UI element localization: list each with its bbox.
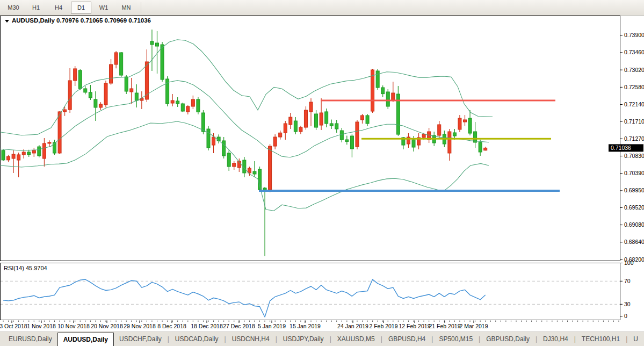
candle-body bbox=[309, 102, 313, 112]
chart-tab-dj30-h4[interactable]: DJ30,H4 bbox=[538, 332, 574, 346]
timeframe-button-h4[interactable]: H4 bbox=[48, 2, 69, 14]
candle-body bbox=[458, 118, 461, 129]
symbol-tab-bar: EURUSD,DailyAUDUSD,DailyUSDCHF,Daily|USD… bbox=[0, 331, 644, 346]
timeframe-toolbar: M30H1H4D1W1MN bbox=[0, 0, 644, 16]
candle-body bbox=[104, 83, 107, 105]
candle-body bbox=[27, 152, 31, 155]
trading-terminal-window: M30H1H4D1W1MN 0.739000.734600.730200.725… bbox=[0, 0, 644, 346]
price-axis-label: 0.70390 bbox=[624, 170, 644, 176]
candle-body bbox=[412, 140, 415, 147]
date-axis-label: 21 Feb 2019 bbox=[429, 323, 461, 329]
candle-body bbox=[12, 154, 15, 158]
timeframe-button-w1[interactable]: W1 bbox=[93, 2, 114, 14]
chart-tab-sp500-m15[interactable]: SP500,M15 bbox=[433, 332, 478, 346]
candle-body bbox=[422, 134, 425, 138]
candle-body bbox=[289, 117, 292, 125]
chart-tab-gbpusd-h4[interactable]: GBPUSD,H4 bbox=[383, 332, 431, 346]
toolbar-separator bbox=[141, 2, 141, 13]
candle-body bbox=[130, 89, 133, 92]
candle-body bbox=[376, 71, 379, 88]
candle-body bbox=[222, 141, 226, 156]
candle-body bbox=[89, 92, 92, 98]
candle-body bbox=[366, 116, 369, 124]
candle-body bbox=[212, 137, 215, 145]
price-axis-label: 0.69520 bbox=[624, 204, 644, 211]
chart-tab-eurusd-daily[interactable]: EURUSD,Daily bbox=[3, 332, 57, 346]
chart-tab-xauusd-m5[interactable]: XAUUSD,M5 bbox=[332, 332, 380, 346]
timeframe-button-h1[interactable]: H1 bbox=[26, 2, 46, 14]
candle-body bbox=[233, 163, 236, 167]
date-axis-label: 18 Dec 2018 bbox=[191, 323, 223, 329]
date-axis-label: 15 Jan 2019 bbox=[290, 323, 321, 329]
candle-body bbox=[284, 124, 287, 133]
candle-body bbox=[84, 89, 87, 92]
candle-body bbox=[99, 104, 102, 107]
price-axis-label: 0.73900 bbox=[624, 32, 644, 38]
candle-body bbox=[58, 112, 61, 153]
chart-background bbox=[0, 16, 644, 331]
chart-tab-usdjpy-daily[interactable]: USDJPY,Daily bbox=[278, 332, 329, 346]
candle-body bbox=[201, 113, 205, 132]
date-axis-label: 2 Feb 2019 bbox=[369, 323, 397, 329]
candle-body bbox=[207, 129, 210, 148]
candle-body bbox=[197, 99, 200, 112]
chart-tab-usdchf-daily[interactable]: USDCHF,Daily bbox=[114, 332, 167, 346]
rsi-axis-label: 0 bbox=[624, 313, 627, 319]
candle-body bbox=[330, 124, 333, 126]
candle-body bbox=[325, 112, 328, 124]
candle-body bbox=[273, 137, 277, 146]
candle-body bbox=[2, 150, 5, 160]
date-axis-label: 23 Oct 2018 bbox=[0, 323, 27, 329]
candle-body bbox=[38, 147, 41, 156]
timeframe-button-mn[interactable]: MN bbox=[116, 2, 136, 14]
candle-body bbox=[32, 150, 35, 153]
candle-body bbox=[253, 171, 256, 174]
rsi-axis-label: 100 bbox=[624, 260, 634, 266]
candle-body bbox=[453, 133, 456, 136]
rsi-indicator-label: RSI(14) 45.9704 bbox=[4, 265, 47, 271]
candle-body bbox=[299, 127, 302, 132]
chart-tab-tech100-h1[interactable]: TECH100,H1 bbox=[576, 332, 625, 346]
candle-body bbox=[448, 132, 451, 153]
price-axis-label: 0.73020 bbox=[624, 67, 644, 73]
candle-body bbox=[114, 53, 118, 64]
chart-tab-u[interactable]: U bbox=[628, 332, 643, 346]
chart-tab-usdcnh-h4[interactable]: USDCNH,H4 bbox=[227, 332, 275, 346]
candle-body bbox=[340, 131, 343, 140]
chart-canvas[interactable]: 0.739000.734600.730200.725800.721400.717… bbox=[0, 16, 644, 331]
candle-body bbox=[315, 114, 318, 127]
candle-body bbox=[181, 104, 184, 111]
rsi-axis-label: 30 bbox=[624, 301, 631, 307]
candle-body bbox=[392, 93, 395, 100]
chart-title-ohlc: AUDUSD,Daily 0.70976 0.71065 0.70969 0.7… bbox=[12, 17, 151, 24]
candle-body bbox=[186, 106, 190, 112]
date-axis-label: 1 Nov 2018 bbox=[27, 323, 56, 329]
candle-body bbox=[279, 133, 282, 137]
candle-body bbox=[294, 121, 297, 132]
candle-body bbox=[350, 136, 353, 149]
timeframe-button-m30[interactable]: M30 bbox=[3, 2, 24, 14]
candle-body bbox=[320, 113, 323, 125]
candle-body bbox=[42, 143, 46, 158]
candle-body bbox=[161, 45, 164, 80]
candle-body bbox=[464, 120, 467, 122]
candle-body bbox=[17, 155, 20, 160]
candle-body bbox=[479, 142, 482, 152]
candle-body bbox=[335, 124, 338, 129]
candle-body bbox=[171, 100, 174, 103]
chart-tab-usdcad-daily[interactable]: USDCAD,Daily bbox=[170, 332, 224, 346]
timeframe-button-d1[interactable]: D1 bbox=[71, 2, 91, 14]
date-axis-label: 20 Nov 2018 bbox=[91, 323, 123, 329]
date-axis-label: 10 Nov 2018 bbox=[57, 323, 90, 329]
candle-body bbox=[468, 118, 472, 133]
chart-tab-audusd-daily[interactable]: AUDUSD,Daily bbox=[57, 333, 114, 346]
price-axis-label: 0.72580 bbox=[624, 84, 644, 90]
candle-body bbox=[386, 92, 389, 106]
candle-body bbox=[156, 43, 159, 46]
candle-body bbox=[135, 93, 138, 100]
candle-body bbox=[78, 70, 82, 89]
date-axis-label: 27 Dec 2018 bbox=[223, 323, 255, 329]
chart-tab-gbpusd-daily[interactable]: GBPUSD,Daily bbox=[481, 332, 535, 346]
candle-body bbox=[176, 101, 179, 104]
date-axis-label: 2 Mar 2019 bbox=[459, 323, 488, 329]
